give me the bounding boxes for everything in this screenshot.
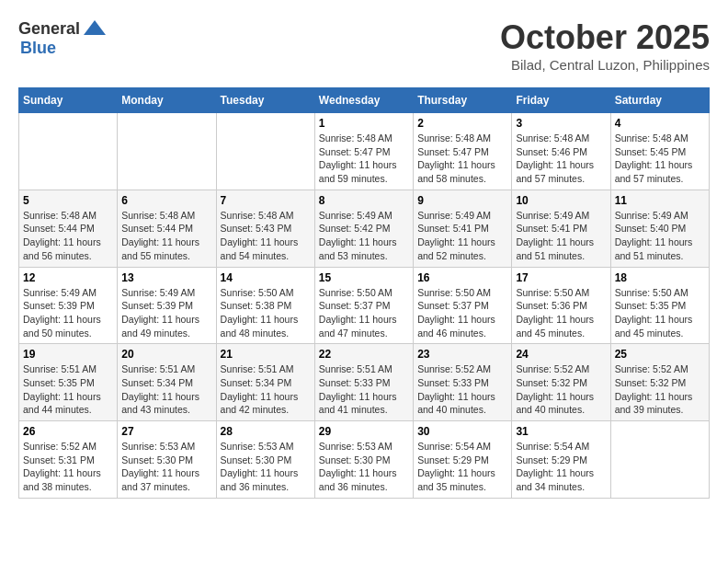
day-info: Sunrise: 5:53 AM Sunset: 5:30 PM Dayligh… (121, 440, 211, 494)
day-number: 11 (615, 194, 705, 207)
day-info: Sunrise: 5:50 AM Sunset: 5:38 PM Dayligh… (221, 286, 311, 340)
svg-marker-0 (84, 20, 106, 35)
calendar-day-cell (216, 113, 314, 190)
page-header: General Blue October 2025 Bilad, Central… (18, 18, 710, 73)
day-number: 30 (417, 425, 507, 438)
day-number: 24 (516, 348, 606, 361)
calendar-day-cell: 10 Sunrise: 5:49 AM Sunset: 5:41 PM Dayl… (512, 190, 610, 267)
calendar-day-cell: 27 Sunrise: 5:53 AM Sunset: 5:30 PM Dayl… (118, 421, 216, 499)
day-number: 6 (121, 194, 211, 207)
day-info: Sunrise: 5:50 AM Sunset: 5:37 PM Dayligh… (319, 286, 409, 340)
calendar-day-cell: 1 Sunrise: 5:48 AM Sunset: 5:47 PM Dayli… (314, 113, 413, 190)
calendar-week-row: 1 Sunrise: 5:48 AM Sunset: 5:47 PM Dayli… (19, 113, 710, 190)
calendar-day-cell: 18 Sunrise: 5:50 AM Sunset: 5:35 PM Dayl… (610, 267, 709, 344)
calendar-week-row: 5 Sunrise: 5:48 AM Sunset: 5:44 PM Dayli… (19, 190, 710, 267)
calendar-day-cell: 25 Sunrise: 5:52 AM Sunset: 5:32 PM Dayl… (610, 344, 709, 421)
calendar-week-row: 12 Sunrise: 5:49 AM Sunset: 5:39 PM Dayl… (19, 267, 710, 344)
calendar-day-cell: 29 Sunrise: 5:53 AM Sunset: 5:30 PM Dayl… (314, 421, 413, 499)
day-number: 5 (23, 194, 113, 207)
calendar-day-cell: 22 Sunrise: 5:51 AM Sunset: 5:33 PM Dayl… (314, 344, 413, 421)
day-number: 9 (417, 194, 507, 207)
header-friday: Friday (512, 88, 610, 113)
location: Bilad, Central Luzon, Philippines (500, 57, 710, 73)
day-info: Sunrise: 5:49 AM Sunset: 5:39 PM Dayligh… (23, 286, 113, 340)
day-info: Sunrise: 5:52 AM Sunset: 5:31 PM Dayligh… (23, 440, 113, 494)
day-info: Sunrise: 5:51 AM Sunset: 5:34 PM Dayligh… (121, 362, 211, 417)
calendar-day-cell: 6 Sunrise: 5:48 AM Sunset: 5:44 PM Dayli… (118, 190, 216, 267)
day-info: Sunrise: 5:49 AM Sunset: 5:40 PM Dayligh… (615, 209, 705, 263)
calendar-header-row: Sunday Monday Tuesday Wednesday Thursday… (19, 88, 710, 113)
calendar-day-cell (118, 113, 216, 190)
day-number: 19 (23, 348, 113, 361)
day-number: 16 (417, 271, 507, 284)
day-info: Sunrise: 5:48 AM Sunset: 5:44 PM Dayligh… (121, 209, 211, 263)
day-number: 29 (319, 425, 409, 438)
day-info: Sunrise: 5:51 AM Sunset: 5:34 PM Dayligh… (221, 362, 311, 417)
day-number: 23 (417, 348, 507, 361)
day-info: Sunrise: 5:50 AM Sunset: 5:35 PM Dayligh… (615, 286, 705, 340)
calendar-day-cell: 16 Sunrise: 5:50 AM Sunset: 5:37 PM Dayl… (414, 267, 512, 344)
calendar-day-cell: 23 Sunrise: 5:52 AM Sunset: 5:33 PM Dayl… (414, 344, 512, 421)
calendar-day-cell: 11 Sunrise: 5:49 AM Sunset: 5:40 PM Dayl… (610, 190, 709, 267)
header-monday: Monday (118, 88, 216, 113)
calendar-day-cell: 4 Sunrise: 5:48 AM Sunset: 5:45 PM Dayli… (610, 113, 709, 190)
day-info: Sunrise: 5:53 AM Sunset: 5:30 PM Dayligh… (221, 440, 311, 494)
day-number: 7 (221, 194, 311, 207)
header-thursday: Thursday (414, 88, 512, 113)
day-number: 13 (121, 271, 211, 284)
calendar-day-cell: 12 Sunrise: 5:49 AM Sunset: 5:39 PM Dayl… (19, 267, 118, 344)
calendar-day-cell: 15 Sunrise: 5:50 AM Sunset: 5:37 PM Dayl… (314, 267, 413, 344)
day-number: 3 (516, 117, 606, 130)
calendar-day-cell: 21 Sunrise: 5:51 AM Sunset: 5:34 PM Dayl… (216, 344, 314, 421)
calendar-day-cell (610, 421, 709, 499)
day-number: 1 (319, 117, 409, 130)
month-title: October 2025 (500, 18, 710, 57)
logo-general: General (18, 19, 80, 39)
day-number: 2 (417, 117, 507, 130)
day-number: 20 (121, 348, 211, 361)
logo-blue: Blue (20, 39, 56, 58)
day-info: Sunrise: 5:49 AM Sunset: 5:41 PM Dayligh… (516, 209, 606, 263)
calendar-day-cell: 26 Sunrise: 5:52 AM Sunset: 5:31 PM Dayl… (19, 421, 118, 499)
calendar-day-cell: 14 Sunrise: 5:50 AM Sunset: 5:38 PM Dayl… (216, 267, 314, 344)
day-info: Sunrise: 5:52 AM Sunset: 5:32 PM Dayligh… (516, 362, 606, 417)
day-info: Sunrise: 5:48 AM Sunset: 5:44 PM Dayligh… (23, 209, 113, 263)
calendar-week-row: 26 Sunrise: 5:52 AM Sunset: 5:31 PM Dayl… (19, 421, 710, 499)
day-info: Sunrise: 5:48 AM Sunset: 5:47 PM Dayligh… (417, 132, 507, 186)
day-number: 21 (221, 348, 311, 361)
day-number: 10 (516, 194, 606, 207)
day-info: Sunrise: 5:54 AM Sunset: 5:29 PM Dayligh… (516, 440, 606, 494)
logo: General Blue (18, 18, 108, 58)
calendar-day-cell: 20 Sunrise: 5:51 AM Sunset: 5:34 PM Dayl… (118, 344, 216, 421)
day-number: 12 (23, 271, 113, 284)
header-tuesday: Tuesday (216, 88, 314, 113)
calendar-day-cell: 28 Sunrise: 5:53 AM Sunset: 5:30 PM Dayl… (216, 421, 314, 499)
day-info: Sunrise: 5:52 AM Sunset: 5:32 PM Dayligh… (615, 362, 705, 417)
day-info: Sunrise: 5:51 AM Sunset: 5:35 PM Dayligh… (23, 362, 113, 417)
day-info: Sunrise: 5:49 AM Sunset: 5:42 PM Dayligh… (319, 209, 409, 263)
day-number: 27 (121, 425, 211, 438)
calendar-day-cell: 19 Sunrise: 5:51 AM Sunset: 5:35 PM Dayl… (19, 344, 118, 421)
calendar-day-cell: 5 Sunrise: 5:48 AM Sunset: 5:44 PM Dayli… (19, 190, 118, 267)
day-number: 14 (221, 271, 311, 284)
calendar-day-cell: 2 Sunrise: 5:48 AM Sunset: 5:47 PM Dayli… (414, 113, 512, 190)
day-number: 17 (516, 271, 606, 284)
header-wednesday: Wednesday (314, 88, 413, 113)
day-number: 8 (319, 194, 409, 207)
day-info: Sunrise: 5:48 AM Sunset: 5:43 PM Dayligh… (221, 209, 311, 263)
header-sunday: Sunday (19, 88, 118, 113)
day-number: 26 (23, 425, 113, 438)
calendar-day-cell (19, 113, 118, 190)
day-info: Sunrise: 5:51 AM Sunset: 5:33 PM Dayligh… (319, 362, 409, 417)
header-saturday: Saturday (610, 88, 709, 113)
day-info: Sunrise: 5:54 AM Sunset: 5:29 PM Dayligh… (417, 440, 507, 494)
day-number: 28 (221, 425, 311, 438)
calendar-day-cell: 30 Sunrise: 5:54 AM Sunset: 5:29 PM Dayl… (414, 421, 512, 499)
calendar-day-cell: 31 Sunrise: 5:54 AM Sunset: 5:29 PM Dayl… (512, 421, 610, 499)
day-number: 22 (319, 348, 409, 361)
day-info: Sunrise: 5:48 AM Sunset: 5:46 PM Dayligh… (516, 132, 606, 186)
calendar-day-cell: 24 Sunrise: 5:52 AM Sunset: 5:32 PM Dayl… (512, 344, 610, 421)
calendar-day-cell: 8 Sunrise: 5:49 AM Sunset: 5:42 PM Dayli… (314, 190, 413, 267)
calendar-table: Sunday Monday Tuesday Wednesday Thursday… (18, 87, 710, 499)
calendar-day-cell: 13 Sunrise: 5:49 AM Sunset: 5:39 PM Dayl… (118, 267, 216, 344)
